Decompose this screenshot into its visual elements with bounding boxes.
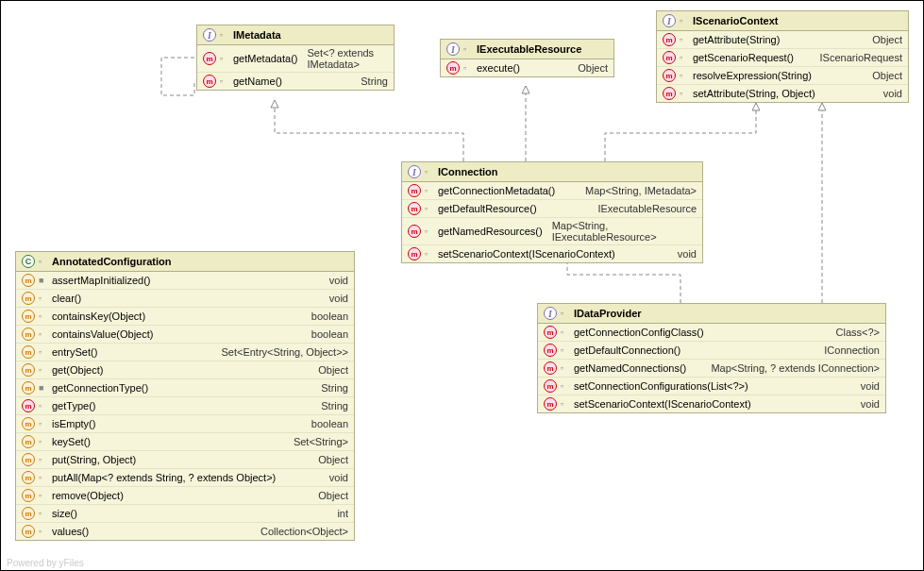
method-left: m▫getAttribute(String) [663,33,780,46]
abstract-method-icon: m [446,61,460,75]
method-signature: assertMapInitialized() [52,275,151,286]
method-signature: getNamedResources() [438,226,543,237]
method-left: m▫setConnectionConfigurations(List<?>) [544,379,748,393]
visibility-icon: ▫ [463,63,473,73]
method-return-type: Class<?> [836,327,880,338]
method-signature: putAll(Map<? extends String, ? extends O… [52,472,276,483]
class-name: IDataProvider [574,308,642,319]
method-signature: setConnectionConfigurations(List<?>) [574,380,748,392]
visibility-icon: ▫ [561,399,570,409]
visibility-icon: ▫ [680,35,689,44]
abstract-method-icon: m [663,87,676,100]
abstract-method-icon: m [203,75,216,88]
method-return-type: boolean [311,328,348,340]
method-signature: setScenarioContext(IScenarioContext) [574,398,751,410]
interface-icon: I [203,28,216,42]
method-row: m▫getNamedResources()Map<String, IExecut… [402,217,702,244]
method-left: m▫size() [22,507,77,520]
class-header: I ▫ IExecutableResource [441,40,613,59]
class-name: IConnection [438,166,498,177]
method-signature: entrySet() [52,346,97,358]
visibility-icon: ▫ [39,491,48,500]
visibility-icon: ▫ [39,365,48,375]
visibility-icon: ▫ [425,186,434,195]
abstract-method-icon: m [408,202,421,215]
method-signature: getConnectionType() [52,382,148,394]
method-left: m▫resolveExpression(String) [663,69,812,82]
method-icon: m [22,417,35,430]
method-return-type: Object [578,62,608,74]
lock-icon: ▫ [463,44,473,54]
method-row: m▫entrySet()Set<Entry<String, Object>> [16,343,354,361]
method-return-type: void [678,248,697,260]
abstract-method-icon: m [408,225,421,238]
method-return-type: void [329,293,348,304]
method-return-type: void [861,380,880,392]
interface-icon: I [446,42,460,56]
method-row: m▫setConnectionConfigurations(List<?>)vo… [538,377,885,395]
class-iexecutableresource: I ▫ IExecutableResource m▫execute()Objec… [440,39,614,77]
class-name: IScenarioContext [693,15,778,26]
method-icon: m [22,310,35,323]
method-return-type: Object [872,34,902,45]
method-return-type: Map<String, ? extends IConnection> [711,362,880,374]
method-row: m▫getConnectionMetadata()Map<String, IMe… [402,182,702,199]
lock-icon: ▫ [220,30,229,40]
method-left: m▫keySet() [22,435,91,448]
visibility-icon: ▫ [39,401,48,411]
method-signature: getConnectionMetadata() [438,185,555,196]
method-icon: m [22,525,35,538]
class-body-annotatedconfiguration: m■assertMapInitialized()voidm▫clear()voi… [16,272,354,540]
visibility-icon: ▫ [39,509,48,518]
interface-icon: I [544,307,557,320]
method-return-type: Object [318,454,348,465]
method-signature: get(Object) [52,364,103,376]
abstract-method-icon: m [663,33,676,46]
method-signature: getDefaultConnection() [574,344,680,356]
method-signature: isEmpty() [52,418,95,429]
interface-icon: I [408,165,421,178]
method-left: m▫setScenarioContext(IScenarioContext) [408,247,615,260]
abstract-method-icon: m [544,344,557,357]
visibility-icon: ▫ [561,363,570,373]
method-left: m▫remove(Object) [22,489,124,502]
method-return-type: Collection<Object> [260,526,348,537]
method-signature: setAttribute(String, Object) [693,88,815,99]
class-iscenariocontext: I ▫ IScenarioContext m▫getAttribute(Stri… [656,10,909,103]
method-row: m▫getScenarioRequest()IScenarioRequest [657,48,908,66]
method-return-type: Set<? extends IMetadata> [307,47,388,70]
method-signature: getAttribute(String) [693,34,780,45]
method-row: m▫getName()String [197,72,394,90]
class-body-idataprovider: m▫getConnectionConfigClass()Class<?>m▫ge… [538,324,885,412]
method-left: m▫getName() [203,75,282,88]
method-row: m▫resolveExpression(String)Object [657,66,908,84]
visibility-icon: ▫ [39,437,48,446]
visibility-icon: ▫ [425,204,434,213]
method-return-type: IExecutableResource [597,203,697,214]
method-row: m▫size()int [16,504,354,522]
method-signature: size() [52,508,77,519]
method-icon: m [22,489,35,502]
class-body-imetadata: m▫getMetadata()Set<? extends IMetadata>m… [197,45,394,90]
visibility-icon: ▫ [680,53,689,62]
interface-icon: I [663,14,676,27]
method-row: m▫getMetadata()Set<? extends IMetadata> [197,45,394,72]
visibility-icon: ▫ [425,227,434,236]
method-signature: getConnectionConfigClass() [574,327,704,338]
method-left: m▫isEmpty() [22,417,95,430]
visibility-icon: ▫ [561,327,570,337]
class-body-iscenariocontext: m▫getAttribute(String)Objectm▫getScenari… [657,31,908,102]
method-signature: getDefaultResource() [438,203,537,214]
lock-icon: ▫ [680,16,689,25]
method-left: m▫clear() [22,292,81,305]
abstract-method-icon: m [22,399,35,412]
method-signature: getScenarioRequest() [693,52,794,63]
method-signature: keySet() [52,436,91,447]
method-icon: m [22,345,35,359]
abstract-method-icon: m [408,184,421,197]
method-row: m▫setAttribute(String, Object)void [657,84,908,102]
visibility-icon: ▫ [561,381,570,391]
method-signature: clear() [52,293,81,304]
method-signature: setScenarioContext(IScenarioContext) [438,248,615,260]
method-row: m▫getAttribute(String)Object [657,31,908,48]
